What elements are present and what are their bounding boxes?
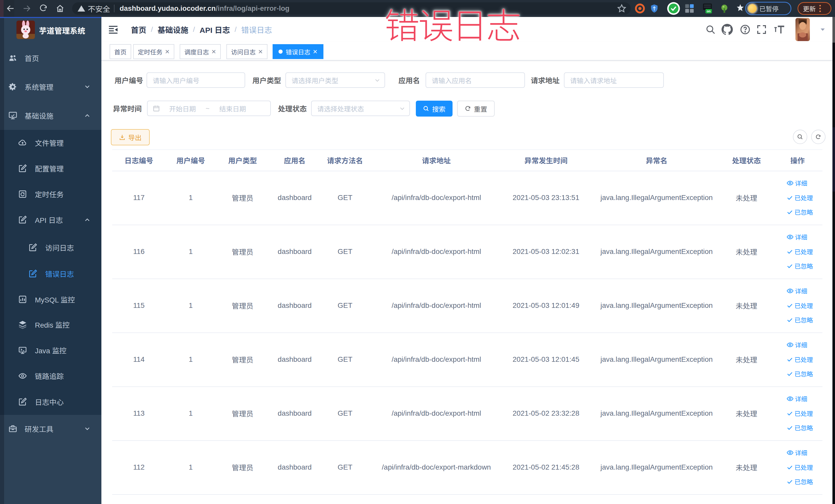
svg-text:on: on [707, 9, 711, 13]
